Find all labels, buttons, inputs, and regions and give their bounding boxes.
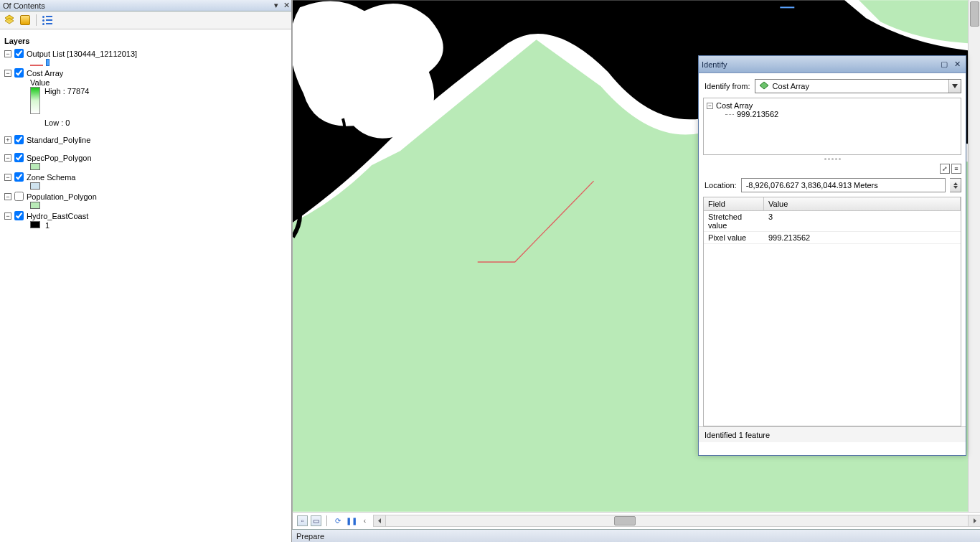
polygon-swatch bbox=[30, 221, 40, 228]
layer-name: Cost Array bbox=[27, 69, 63, 78]
collapse-icon[interactable]: − bbox=[707, 103, 713, 109]
menu-button[interactable]: ≡ bbox=[951, 164, 961, 174]
toolbar-divider bbox=[326, 515, 327, 526]
layer-symbology bbox=[30, 163, 288, 172]
polygon-swatch bbox=[30, 202, 40, 209]
svg-marker-6 bbox=[953, 182, 958, 185]
dropdown-arrow-icon[interactable] bbox=[948, 80, 961, 93]
collapse-icon[interactable]: − bbox=[4, 174, 11, 181]
layer-visibility-checkbox[interactable] bbox=[14, 49, 24, 58]
list-by-drawing-order-button[interactable] bbox=[3, 14, 16, 27]
identify-dialog[interactable]: Identify ▢ ✕ Identify from: Cost Array −… bbox=[698, 55, 966, 456]
close-icon[interactable]: ✕ bbox=[951, 60, 963, 70]
map-bottom-toolbar: ▫ ▭ ⟳ ❚❚ ‹ bbox=[292, 512, 980, 529]
toc-title-bar[interactable]: Of Contents ▾ ✕ bbox=[0, 0, 291, 11]
toc-group-title: Layers bbox=[4, 37, 288, 45]
list-icon bbox=[42, 16, 52, 25]
layer-visibility-checkbox[interactable] bbox=[14, 192, 24, 201]
horizontal-scrollbar[interactable] bbox=[373, 515, 980, 527]
raster-high-label: High : 77874 bbox=[44, 87, 89, 95]
svg-marker-5 bbox=[952, 84, 958, 88]
layer-name: Population_Polygon bbox=[27, 192, 97, 201]
layer-name: Zone Schema bbox=[27, 173, 75, 182]
pause-button[interactable]: ❚❚ bbox=[346, 515, 357, 526]
layer-name: Hydro_EastCoast bbox=[27, 212, 88, 220]
data-view-button[interactable]: ▫ bbox=[297, 515, 308, 526]
vertical-scrollbar[interactable] bbox=[968, 0, 980, 512]
line-swatch bbox=[30, 65, 43, 66]
location-input[interactable]: -8,926,076.627 3,836,044.913 Meters bbox=[741, 178, 946, 192]
layer-visibility-checkbox[interactable] bbox=[14, 211, 24, 220]
layers-icon bbox=[4, 14, 15, 27]
maximize-icon[interactable]: ▢ bbox=[938, 60, 950, 70]
svg-marker-7 bbox=[953, 186, 958, 189]
grid-cell-field: Stretched value bbox=[704, 211, 764, 231]
grid-cell-value: 3 bbox=[764, 211, 961, 231]
layer-row[interactable]: − Cost Array bbox=[3, 67, 288, 78]
symbol-label: 1 bbox=[45, 221, 50, 230]
point-swatch bbox=[46, 59, 50, 66]
collapse-icon[interactable]: − bbox=[4, 154, 11, 162]
scroll-left-button[interactable] bbox=[374, 515, 386, 526]
source-icon bbox=[20, 15, 30, 25]
collapse-icon[interactable]: − bbox=[4, 50, 11, 57]
layer-row[interactable]: − Hydro_EastCoast bbox=[3, 210, 288, 221]
status-bar: Prepare bbox=[292, 529, 980, 542]
layer-row[interactable]: + Standard_Polyline bbox=[3, 134, 288, 145]
layer-visibility-checkbox[interactable] bbox=[14, 68, 24, 78]
layer-symbology bbox=[30, 59, 288, 67]
scroll-right-button[interactable] bbox=[968, 515, 980, 526]
toc-toolbar bbox=[0, 11, 291, 29]
grid-header-field: Field bbox=[704, 197, 764, 210]
tree-child-label: 999.213562 bbox=[737, 110, 778, 118]
identify-from-label: Identify from: bbox=[705, 82, 750, 90]
prev-extent-button[interactable]: ‹ bbox=[359, 515, 370, 526]
identify-from-value: Cost Array bbox=[773, 82, 948, 90]
collapse-icon[interactable]: − bbox=[4, 212, 11, 220]
gradient-swatch bbox=[30, 87, 40, 114]
grid-header: Field Value bbox=[704, 197, 961, 211]
scrollbar-thumb[interactable] bbox=[970, 1, 979, 27]
toolbar-divider bbox=[36, 14, 37, 26]
polygon-swatch bbox=[30, 182, 40, 190]
layer-visibility-checkbox[interactable] bbox=[14, 153, 24, 162]
close-icon[interactable]: ✕ bbox=[281, 1, 291, 10]
expand-icon[interactable]: + bbox=[4, 136, 11, 144]
layer-symbology bbox=[30, 182, 288, 191]
location-units-button[interactable] bbox=[950, 178, 961, 192]
layer-visibility-checkbox[interactable] bbox=[14, 135, 24, 144]
grid-row[interactable]: Pixel value 999.213562 bbox=[704, 232, 961, 244]
refresh-button[interactable]: ⟳ bbox=[332, 515, 343, 526]
identify-from-row: Identify from: Cost Array bbox=[699, 73, 966, 98]
collapse-icon[interactable]: − bbox=[4, 70, 11, 77]
layer-symbology: 1 bbox=[30, 221, 288, 230]
layout-view-button[interactable]: ▭ bbox=[311, 515, 321, 526]
scrollbar-thumb[interactable] bbox=[614, 516, 636, 525]
zoom-to-button[interactable]: ⤢ bbox=[940, 164, 950, 174]
list-by-source-button[interactable] bbox=[19, 14, 32, 27]
svg-marker-3 bbox=[974, 518, 976, 523]
location-label: Location: bbox=[705, 181, 737, 190]
splitter-handle[interactable] bbox=[699, 155, 966, 162]
pin-icon[interactable]: ▾ bbox=[271, 1, 281, 10]
grid-cell-value: 999.213562 bbox=[764, 232, 961, 243]
layer-visibility-checkbox[interactable] bbox=[14, 172, 24, 182]
polygon-swatch bbox=[30, 163, 40, 170]
identify-from-combo[interactable]: Cost Array bbox=[755, 79, 961, 93]
identify-status-bar: Identified 1 feature bbox=[699, 426, 966, 442]
identify-result-tree[interactable]: − Cost Array 999.213562 bbox=[703, 98, 961, 155]
tree-root-node[interactable]: − Cost Array bbox=[707, 101, 958, 110]
layer-row[interactable]: − Population_Polygon bbox=[3, 191, 288, 202]
collapse-icon[interactable]: − bbox=[4, 193, 11, 200]
layer-row[interactable]: − Output List [130444_12112013] bbox=[3, 48, 288, 59]
identify-title-bar[interactable]: Identify ▢ ✕ bbox=[699, 56, 966, 73]
raster-low-label: Low : 0 bbox=[44, 118, 89, 127]
list-by-selection-button[interactable] bbox=[41, 14, 54, 27]
layer-row[interactable]: − SpecPop_Polygon bbox=[3, 152, 288, 163]
tree-child-node[interactable]: 999.213562 bbox=[725, 110, 958, 118]
identify-status-text: Identified 1 feature bbox=[705, 431, 770, 439]
identify-attribute-grid[interactable]: Field Value Stretched value 3 Pixel valu… bbox=[703, 197, 961, 426]
grid-row[interactable]: Stretched value 3 bbox=[704, 211, 961, 232]
layer-row[interactable]: − Zone Schema bbox=[3, 172, 288, 182]
svg-marker-4 bbox=[760, 82, 768, 89]
